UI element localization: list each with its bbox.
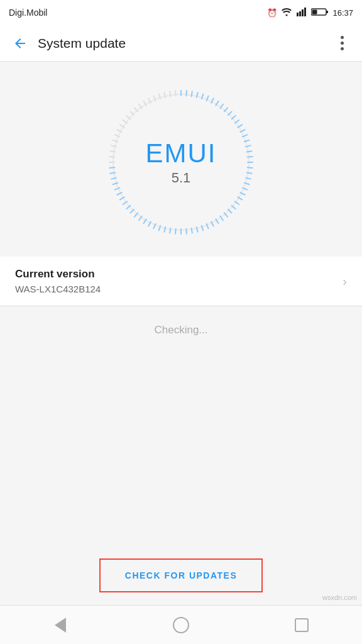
svg-line-59: [134, 213, 138, 217]
svg-line-77: [120, 125, 124, 127]
svg-line-35: [243, 188, 247, 190]
svg-line-49: [186, 229, 187, 234]
svg-text:36: 36: [312, 11, 317, 15]
svg-line-67: [111, 178, 116, 179]
svg-line-16: [211, 98, 214, 103]
emui-center: EMUI 5.1: [146, 138, 217, 186]
check-updates-container: CHECK FOR UPDATES: [0, 546, 362, 605]
more-dot-1: [341, 36, 344, 39]
svg-line-84: [148, 98, 151, 103]
svg-line-15: [207, 96, 209, 101]
svg-line-43: [216, 219, 218, 223]
nav-home-icon: [173, 617, 189, 633]
svg-line-42: [220, 216, 223, 220]
navigation-bar: [0, 605, 362, 644]
svg-line-85: [153, 96, 155, 101]
svg-line-17: [216, 101, 218, 106]
wifi-icon: [281, 8, 292, 18]
svg-line-33: [246, 178, 251, 179]
svg-line-34: [244, 183, 250, 184]
svg-line-44: [211, 221, 214, 226]
svg-line-72: [110, 151, 115, 152]
svg-line-66: [113, 183, 118, 184]
svg-line-11: [186, 91, 187, 96]
svg-line-41: [224, 213, 228, 217]
svg-line-39: [232, 206, 236, 209]
chevron-right-icon: ›: [343, 274, 347, 289]
svg-line-47: [197, 227, 198, 232]
svg-line-61: [126, 206, 130, 209]
current-version-row[interactable]: Current version WAS-LX1C432B124 ›: [0, 257, 362, 306]
emui-circle: EMUI 5.1: [106, 87, 256, 238]
svg-line-76: [117, 130, 121, 132]
svg-line-80: [130, 111, 134, 115]
status-bar: Digi.Mobil ⏰ 36 16:: [0, 0, 362, 25]
svg-line-62: [123, 201, 127, 204]
svg-line-14: [202, 94, 203, 99]
version-info: Current version WAS-LX1C432B124: [15, 268, 101, 294]
nav-back-button[interactable]: [41, 606, 79, 644]
svg-line-45: [207, 224, 209, 228]
divider-1: [0, 306, 362, 306]
check-for-updates-button[interactable]: CHECK FOR UPDATES: [99, 558, 263, 592]
status-icons: ⏰ 36 16:37: [267, 8, 353, 18]
more-dot-3: [341, 47, 344, 50]
svg-line-18: [220, 104, 223, 108]
svg-line-26: [244, 140, 250, 142]
svg-line-22: [235, 120, 239, 123]
svg-line-36: [240, 192, 244, 195]
svg-line-75: [115, 135, 119, 136]
svg-line-57: [143, 219, 146, 223]
svg-line-65: [115, 188, 119, 190]
svg-line-71: [109, 157, 114, 157]
nav-recents-button[interactable]: [283, 606, 321, 644]
back-button[interactable]: [8, 31, 33, 56]
svg-line-78: [123, 120, 127, 123]
app-bar: System update: [0, 25, 362, 62]
svg-line-46: [202, 226, 203, 231]
battery-icon: 36: [311, 8, 329, 18]
svg-line-89: [175, 91, 176, 96]
time-label: 16:37: [332, 8, 353, 18]
svg-line-74: [113, 140, 118, 142]
svg-line-27: [246, 145, 251, 147]
nav-home-button[interactable]: [162, 606, 200, 644]
svg-line-54: [159, 226, 160, 231]
svg-line-40: [228, 209, 232, 213]
svg-line-52: [170, 228, 170, 233]
svg-line-19: [224, 108, 228, 111]
svg-line-82: [139, 104, 142, 108]
svg-line-87: [164, 92, 165, 97]
svg-line-63: [120, 197, 124, 199]
svg-line-81: [134, 108, 138, 111]
version-number-value: WAS-LX1C432B124: [15, 284, 101, 294]
page-title: System update: [38, 36, 329, 51]
svg-line-83: [143, 101, 146, 106]
nav-back-icon: [55, 618, 66, 633]
emui-version-text: 5.1: [146, 170, 217, 186]
alarm-icon: ⏰: [267, 8, 277, 18]
svg-line-48: [192, 228, 192, 233]
svg-line-51: [175, 229, 176, 234]
svg-rect-2: [302, 9, 304, 16]
svg-line-79: [126, 116, 130, 119]
svg-line-64: [117, 192, 121, 195]
svg-line-32: [247, 173, 252, 174]
svg-line-25: [243, 135, 247, 136]
svg-line-23: [238, 125, 242, 127]
carrier-label: Digi.Mobil: [9, 8, 47, 18]
svg-rect-6: [326, 11, 328, 13]
more-options-button[interactable]: [329, 31, 354, 56]
svg-line-58: [139, 216, 142, 220]
svg-line-37: [238, 197, 242, 199]
more-dot-2: [341, 42, 344, 45]
svg-line-31: [248, 167, 253, 168]
svg-line-29: [248, 157, 253, 157]
svg-rect-1: [299, 11, 301, 16]
svg-rect-3: [304, 8, 306, 16]
svg-line-73: [111, 145, 116, 147]
svg-line-28: [247, 151, 252, 152]
svg-line-86: [159, 94, 160, 99]
emui-circle-container: EMUI 5.1: [106, 87, 256, 238]
svg-line-13: [197, 92, 198, 97]
